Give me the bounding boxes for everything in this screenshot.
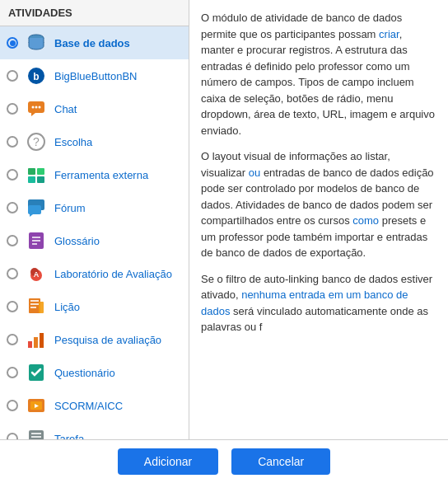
list-item-forum[interactable]: Fórum [0, 191, 189, 224]
scorm-icon [25, 394, 48, 417]
item-label-lab: Laboratório de Avaliação [54, 268, 172, 280]
list-item-database[interactable]: Base de dados [0, 26, 189, 59]
footer: Adicionar Cancelar [0, 439, 448, 483]
main-content: ATIVIDADES Base de dadosbBigBlueButtonBN… [0, 0, 448, 439]
item-label-quiz: Questionário [54, 367, 115, 379]
add-button[interactable]: Adicionar [118, 448, 218, 475]
list-item-quiz[interactable]: Questionário [0, 356, 189, 389]
svg-rect-11 [37, 168, 44, 175]
svg-marker-4 [31, 113, 35, 116]
item-label-database: Base de dados [54, 37, 130, 49]
item-label-bigbluebutton: BigBlueButtonBN [54, 70, 137, 82]
svg-rect-36 [29, 430, 44, 439]
bb-icon: b [25, 64, 48, 87]
svg-rect-25 [30, 300, 39, 302]
survey-icon [25, 328, 48, 351]
description-para3: Se o filtro de auto-linking banco de dad… [201, 271, 436, 335]
svg-rect-31 [40, 333, 44, 348]
svg-rect-27 [30, 307, 36, 308]
list-item-chat[interactable]: Chat [0, 92, 189, 125]
item-label-chat: Chat [54, 103, 77, 115]
radio-bigbluebutton [7, 70, 18, 82]
svg-rect-29 [28, 341, 32, 348]
radio-lesson [7, 301, 18, 312]
task-icon [25, 427, 48, 439]
svg-point-7 [39, 106, 41, 109]
cancel-button[interactable]: Cancelar [231, 448, 330, 475]
radio-survey [7, 334, 18, 345]
item-label-scorm: SCORM/AICC [54, 400, 123, 412]
lesson-icon [25, 295, 48, 318]
item-label-glossary: Glossário [54, 235, 100, 247]
list-item-lesson[interactable]: Lição [0, 290, 189, 323]
panel-title: ATIVIDADES [8, 7, 72, 19]
svg-rect-12 [28, 176, 35, 183]
svg-marker-16 [30, 214, 33, 217]
quiz-icon [25, 361, 48, 384]
forum-icon [25, 196, 48, 219]
radio-task [7, 433, 18, 439]
svg-point-5 [32, 106, 35, 109]
radio-chat [7, 103, 18, 115]
svg-rect-38 [31, 436, 41, 438]
svg-text:A: A [34, 270, 40, 279]
radio-forum [7, 202, 18, 213]
svg-point-6 [35, 106, 38, 109]
left-panel: ATIVIDADES Base de dadosbBigBlueButtonBN… [0, 0, 189, 439]
radio-external [7, 169, 18, 181]
chat-icon [25, 97, 48, 120]
item-label-choice: Escolha [54, 136, 92, 148]
list-item-external[interactable]: Ferramenta externa [0, 158, 189, 191]
radio-lab [7, 268, 18, 279]
radio-quiz [7, 367, 18, 378]
list-item-survey[interactable]: Pesquisa de avaliação [0, 323, 189, 356]
svg-rect-13 [37, 176, 44, 183]
svg-rect-37 [31, 433, 41, 434]
panel-header: ATIVIDADES [0, 0, 189, 26]
external-icon [25, 163, 48, 186]
item-label-forum: Fórum [54, 202, 86, 214]
radio-database [7, 37, 18, 49]
list-item-scorm[interactable]: SCORM/AICC [0, 389, 189, 422]
radio-choice [7, 136, 18, 148]
list-item-task[interactable]: Tarefa [0, 422, 189, 439]
lab-icon: A [25, 262, 48, 285]
database-icon [25, 31, 48, 54]
item-label-external: Ferramenta externa [54, 169, 148, 181]
item-label-lesson: Lição [54, 301, 80, 313]
item-label-survey: Pesquisa de avaliação [54, 334, 161, 346]
list-item-choice[interactable]: ?Escolha [0, 125, 189, 158]
radio-scorm [7, 400, 18, 411]
item-label-task: Tarefa [54, 433, 84, 440]
list-item-glossary[interactable]: Glossário [0, 224, 189, 257]
choice-icon: ? [25, 130, 48, 153]
svg-text:?: ? [33, 135, 40, 148]
glossary-icon [25, 229, 48, 252]
list-item-lab[interactable]: ALaboratório de Avaliação [0, 257, 189, 290]
svg-rect-28 [39, 302, 44, 313]
description-para2: O layout visual de informações ao listar… [201, 148, 436, 261]
svg-rect-26 [30, 303, 39, 305]
description-panel: O módulo de atividade de banco de dados … [189, 0, 448, 439]
svg-rect-30 [34, 337, 38, 348]
svg-rect-10 [28, 168, 35, 175]
list-item-bigbluebutton[interactable]: bBigBlueButtonBN [0, 59, 189, 92]
radio-glossary [7, 235, 18, 246]
activity-list: Base de dadosbBigBlueButtonBNChat?Escolh… [0, 26, 189, 439]
svg-rect-15 [28, 205, 41, 214]
svg-text:b: b [33, 71, 39, 82]
description-para1: O módulo de atividade de banco de dados … [201, 10, 436, 138]
